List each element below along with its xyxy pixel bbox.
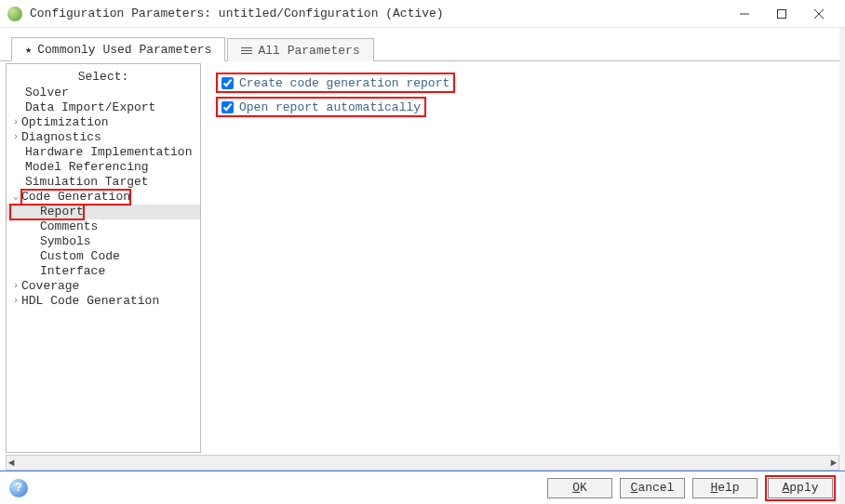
app-icon [7, 7, 22, 21]
tree-item-label: Symbols [10, 234, 91, 249]
option-open-report: Open report automatically [216, 97, 426, 117]
scroll-left-icon[interactable]: ◄ [8, 458, 15, 469]
tree-item-simulation-target[interactable]: Simulation Target [7, 175, 200, 190]
tree-item-label: Interface [10, 264, 105, 279]
chevron-right-icon[interactable]: › [10, 115, 21, 130]
tree-item-optimization[interactable]: ›Optimization [7, 115, 200, 130]
apply-button[interactable]: Apply [768, 478, 833, 498]
tree-item-coverage[interactable]: ›Coverage [7, 279, 200, 294]
tree-item-symbols[interactable]: Symbols [7, 234, 200, 249]
open-report-checkbox[interactable] [221, 101, 234, 113]
cancel-button[interactable]: Cancel [620, 478, 685, 498]
svg-rect-1 [778, 9, 786, 18]
tree-item-label: Comments [10, 219, 98, 234]
help-icon[interactable]: ? [9, 479, 28, 497]
tree-item-label: Simulation Target [10, 175, 149, 190]
tree-item-label: Diagnostics [21, 130, 101, 145]
star-icon: ★ [25, 43, 32, 57]
open-report-label[interactable]: Open report automatically [239, 100, 421, 114]
horizontal-scrollbar[interactable]: ◄ ► [6, 455, 839, 471]
apply-highlight: Apply [765, 475, 836, 501]
option-create-report: Create code generation report [216, 73, 455, 93]
tree-item-label: HDL Code Generation [21, 294, 159, 309]
list-icon [241, 46, 252, 56]
tree-item-label: Data Import/Export [10, 100, 155, 115]
tree-item-label: Coverage [21, 279, 79, 294]
tree-item-comments[interactable]: Comments [7, 219, 200, 234]
tab-bar: ★ Commonly Used Parameters All Parameter… [0, 33, 845, 61]
chevron-right-icon[interactable]: › [10, 130, 21, 145]
tree-item-label: Optimization [21, 115, 109, 130]
tree-item-label: Solver [10, 86, 69, 100]
tree-header: Select: [7, 70, 200, 86]
dialog-footer: ? OK Cancel Help Apply [0, 471, 845, 504]
create-report-checkbox[interactable] [221, 77, 234, 89]
window-title: Configuration Parameters: untitled/Confi… [30, 7, 726, 20]
tree-item-label: Code Generation [21, 190, 130, 205]
tab-label: Commonly Used Parameters [37, 43, 211, 57]
tree-item-diagnostics[interactable]: ›Diagnostics [7, 130, 200, 145]
scroll-right-icon[interactable]: ► [830, 458, 837, 469]
tree-item-report[interactable]: Report [7, 205, 200, 219]
help-button[interactable]: Help [692, 478, 758, 498]
vertical-scrollbar[interactable] [839, 28, 845, 504]
tab-commonly-used[interactable]: ★ Commonly Used Parameters [11, 37, 225, 61]
tree-item-solver[interactable]: Solver [7, 86, 200, 100]
tree-item-interface[interactable]: Interface [7, 264, 200, 279]
tree-item-model-referencing[interactable]: Model Referencing [7, 160, 200, 175]
tab-all-parameters[interactable]: All Parameters [227, 38, 373, 61]
tree-item-label: Report [10, 205, 84, 219]
ok-button[interactable]: OK [547, 478, 612, 498]
tree-item-label: Model Referencing [10, 160, 149, 175]
tree-item-hdl-code-generation[interactable]: ›HDL Code Generation [7, 294, 200, 309]
chevron-down-icon[interactable]: ⌄ [10, 190, 21, 205]
tree-item-custom-code[interactable]: Custom Code [7, 249, 200, 264]
tree-item-hardware-implementation[interactable]: Hardware Implementation [7, 145, 200, 160]
close-button[interactable] [800, 1, 838, 27]
options-pane: Create code generation report Open repor… [201, 63, 839, 453]
title-bar: Configuration Parameters: untitled/Confi… [0, 0, 845, 28]
tree-item-data-import-export[interactable]: Data Import/Export [7, 100, 200, 115]
tree-item-label: Custom Code [10, 249, 120, 264]
maximize-button[interactable] [763, 1, 800, 27]
tree-item-code-generation[interactable]: ⌄Code Generation [7, 190, 200, 205]
tree-item-label: Hardware Implementation [10, 145, 192, 160]
minimize-button[interactable] [726, 1, 763, 27]
tab-label: All Parameters [258, 44, 359, 58]
create-report-label[interactable]: Create code generation report [239, 76, 449, 90]
chevron-right-icon[interactable]: › [10, 294, 21, 309]
category-tree: Select: SolverData Import/Export›Optimiz… [6, 63, 201, 453]
chevron-right-icon[interactable]: › [10, 279, 21, 294]
